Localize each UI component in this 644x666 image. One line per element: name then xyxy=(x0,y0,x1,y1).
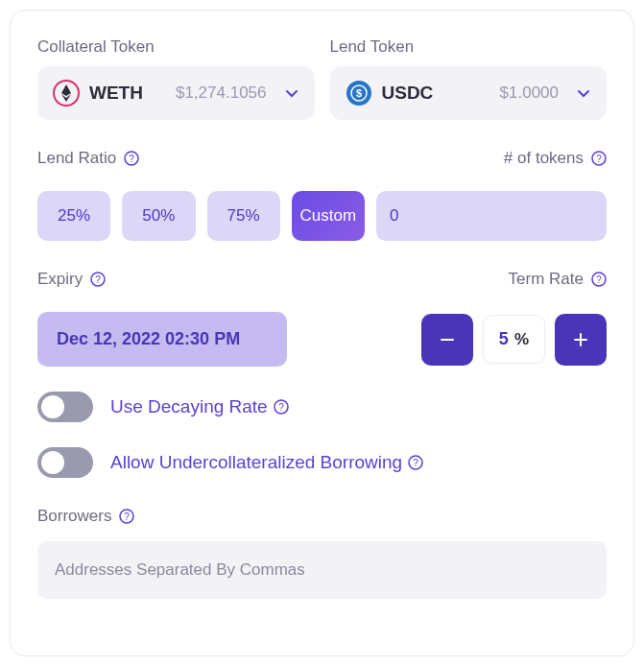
lend-token-select[interactable]: $ USDC $1.0000 xyxy=(330,66,608,120)
collateral-col: Collateral Token WETH $1,274.1056 xyxy=(37,37,315,120)
help-icon[interactable]: ? xyxy=(124,151,139,166)
collateral-label: Collateral Token xyxy=(37,37,315,57)
usdc-icon: $ xyxy=(346,80,372,107)
borrowers-label: Borrowers xyxy=(37,507,111,526)
svg-text:?: ? xyxy=(125,511,131,522)
svg-text:?: ? xyxy=(278,402,284,413)
decaying-rate-toggle[interactable] xyxy=(37,392,93,422)
lend-ratio-label: Lend Ratio xyxy=(37,149,116,168)
ratio-buttons: 25% 50% 75% Custom xyxy=(37,191,607,241)
chevron-down-icon xyxy=(576,85,591,101)
lend-ratio-header: Lend Ratio ? # of tokens ? xyxy=(37,149,607,178)
help-icon[interactable]: ? xyxy=(591,151,607,166)
expiry-label-row: Expiry ? xyxy=(37,270,106,289)
chevron-down-icon xyxy=(284,85,299,101)
toggle-knob xyxy=(41,451,64,474)
rate-decrement-button[interactable] xyxy=(421,314,473,366)
weth-icon xyxy=(53,80,80,107)
borrowers-label-row: Borrowers ? xyxy=(37,507,607,526)
rate-controls: 5 % xyxy=(421,314,607,366)
svg-text:?: ? xyxy=(596,274,602,285)
lend-ratio-label-row: Lend Ratio ? xyxy=(37,149,139,168)
lend-label: Lend Token xyxy=(330,37,608,57)
tokens-input[interactable] xyxy=(376,191,607,241)
term-rate-label-row: Term Rate ? xyxy=(509,270,607,289)
ratio-50[interactable]: 50% xyxy=(122,191,195,241)
rate-unit: % xyxy=(514,330,529,349)
collateral-token-select[interactable]: WETH $1,274.1056 xyxy=(37,66,315,120)
ratio-custom[interactable]: Custom xyxy=(292,191,365,241)
term-rate-label: Term Rate xyxy=(509,270,584,289)
lend-price: $1.0000 xyxy=(500,83,559,103)
collateral-price: $1,274.1056 xyxy=(176,83,267,103)
expiry-section: Expiry ? Term Rate ? Dec 12, 2022 02:30 … xyxy=(37,270,607,367)
undercollat-row: Allow Undercollateralized Borrowing ? xyxy=(37,447,607,478)
decaying-rate-text: Use Decaying Rate xyxy=(110,396,268,417)
lend-ratio-section: Lend Ratio ? # of tokens ? 25% 50% 75% C… xyxy=(37,149,607,241)
token-row: Collateral Token WETH $1,274.1056 Lend T… xyxy=(37,37,607,120)
collateral-symbol: WETH xyxy=(89,83,143,104)
undercollat-label: Allow Undercollateralized Borrowing ? xyxy=(110,452,423,473)
svg-text:$: $ xyxy=(355,87,361,99)
borrowers-section: Borrowers ? xyxy=(37,507,607,599)
svg-text:?: ? xyxy=(129,154,134,164)
help-icon[interactable]: ? xyxy=(119,509,134,524)
create-pool-form: Collateral Token WETH $1,274.1056 Lend T… xyxy=(10,10,634,656)
help-icon[interactable]: ? xyxy=(274,399,289,415)
help-icon[interactable]: ? xyxy=(408,455,423,470)
undercollat-text: Allow Undercollateralized Borrowing xyxy=(110,452,402,473)
svg-text:?: ? xyxy=(413,458,418,468)
svg-text:?: ? xyxy=(95,274,101,285)
lend-col: Lend Token $ USDC $1.0000 xyxy=(330,37,608,120)
lend-symbol: USDC xyxy=(382,83,434,104)
ratio-25[interactable]: 25% xyxy=(37,191,110,241)
rate-value: 5 xyxy=(499,329,509,349)
expiry-label: Expiry xyxy=(37,270,83,289)
tokens-label-row: # of tokens ? xyxy=(504,149,607,168)
help-icon[interactable]: ? xyxy=(591,272,607,287)
ratio-75[interactable]: 75% xyxy=(207,191,280,241)
help-icon[interactable]: ? xyxy=(90,272,106,287)
decaying-rate-label: Use Decaying Rate ? xyxy=(110,396,289,417)
expiry-datetime-field[interactable]: Dec 12, 2022 02:30 PM xyxy=(37,312,287,367)
tokens-label: # of tokens xyxy=(504,149,584,168)
rate-increment-button[interactable] xyxy=(555,314,607,366)
rate-display: 5 % xyxy=(483,315,545,364)
svg-text:?: ? xyxy=(596,154,602,164)
borrowers-input[interactable] xyxy=(37,541,607,599)
expiry-header: Expiry ? Term Rate ? xyxy=(37,270,607,298)
toggle-knob xyxy=(41,395,64,418)
expiry-row: Dec 12, 2022 02:30 PM 5 % xyxy=(37,312,607,367)
undercollat-toggle[interactable] xyxy=(37,447,93,478)
decaying-rate-row: Use Decaying Rate ? xyxy=(37,392,607,422)
